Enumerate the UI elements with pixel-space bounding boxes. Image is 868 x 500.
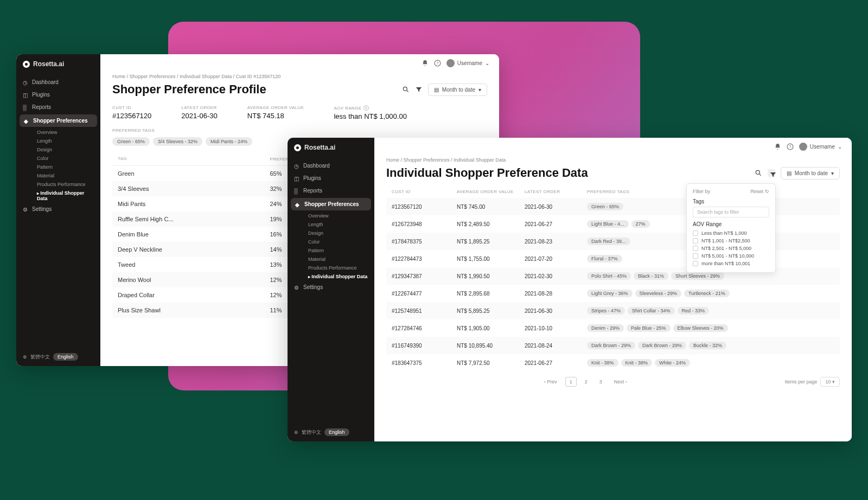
lang-en[interactable]: English (53, 353, 78, 361)
page-1[interactable]: 1 (565, 377, 577, 387)
page-3[interactable]: 3 (596, 377, 606, 386)
logo[interactable]: Rosetta.ai (288, 138, 374, 157)
prev-button[interactable]: ‹ Prev (540, 377, 561, 386)
subnav-products-performance[interactable]: Products Performance (295, 264, 374, 272)
tag-pill[interactable]: Short Sleeves - 29% (671, 272, 724, 280)
tag-pill[interactable]: Knit - 38% (621, 359, 653, 367)
tag-pill[interactable]: Dark Brown - 29% (638, 342, 686, 349)
nav-shopper-preferences[interactable]: ◈Shopper Preferences (20, 114, 97, 127)
nav-dashboard[interactable]: ◷Dashboard (16, 76, 100, 88)
subnav-color[interactable]: Color (24, 154, 100, 163)
subnav-overview[interactable]: Overview (24, 128, 100, 137)
subnav-individual-shopper-data[interactable]: Individual Shopper Data (24, 189, 100, 203)
table-row[interactable]: #183647375NT$ 7,972.502021-06-27Knit - 3… (386, 354, 840, 371)
reset-button[interactable]: Reset ↻ (750, 189, 769, 194)
user-menu[interactable]: Username ⌄ (799, 143, 842, 151)
filter-checkbox[interactable]: Less than NT$ 1,000 (693, 229, 769, 237)
user-menu[interactable]: Username ⌄ (446, 59, 489, 67)
subnav-individual-shopper-data[interactable]: Individual Shopper Data (295, 272, 374, 281)
tags-search-input[interactable]: Search tags to filter (693, 207, 769, 217)
nav-settings[interactable]: ⚙Settings (16, 203, 100, 215)
title-actions: ▤ Month to date ▾ (755, 167, 840, 180)
tag-pill[interactable]: Polo Shirt - 45% (587, 272, 631, 280)
tag-pill[interactable]: Pale Blue - 25% (627, 324, 671, 332)
tag-pill[interactable]: Elbow Sleeves - 20% (673, 324, 728, 332)
checkbox-icon (693, 261, 698, 266)
bell-icon[interactable] (774, 143, 781, 150)
subnav-material[interactable]: Material (295, 255, 374, 264)
nav-shopper-preferences[interactable]: ◈Shopper Preferences (291, 198, 371, 210)
page-2[interactable]: 2 (581, 377, 591, 386)
chevron-down-icon: ⌄ (838, 144, 842, 150)
tag-pill[interactable]: 27% (631, 220, 650, 228)
filter-icon[interactable] (415, 86, 423, 93)
nav-plugins[interactable]: ◫Plugins (288, 172, 374, 184)
tag-pill[interactable]: Green - 65% (587, 203, 623, 210)
nav-reports[interactable]: ▒Reports (288, 184, 374, 197)
tag-pill[interactable]: Dark Brown - 29% (587, 342, 635, 349)
help-icon[interactable]: ? (434, 60, 441, 67)
help-icon[interactable]: ? (363, 105, 369, 111)
lang-zh[interactable]: 繁體中文 (30, 354, 50, 361)
filter-title: Filter by (693, 189, 710, 194)
sidebar: Rosetta.ai ◷Dashboard ◫Plugins ▒Reports … (288, 138, 374, 441)
subnav-length[interactable]: Length (24, 137, 100, 145)
filter-icon[interactable] (768, 169, 775, 177)
help-icon[interactable]: ? (787, 143, 794, 150)
tag-pill[interactable]: Turtleneck - 21% (684, 290, 730, 297)
tag-pill[interactable]: Buckle - 32% (689, 342, 726, 349)
tag-pill[interactable]: Light Grey - 36% (587, 290, 633, 297)
tag-pill[interactable]: Denim - 29% (587, 324, 624, 332)
subnav-color[interactable]: Color (295, 238, 374, 246)
subnav-pattern[interactable]: Pattern (295, 246, 374, 255)
nav-plugins[interactable]: ◫Plugins (16, 88, 100, 101)
subnav-pattern[interactable]: Pattern (24, 163, 100, 171)
subnav-length[interactable]: Length (295, 220, 374, 229)
tag-pill[interactable]: Dark Red - 39... (587, 238, 630, 245)
ipp-select[interactable]: 10 ▾ (820, 377, 840, 387)
date-range-selector[interactable]: ▤ Month to date ▾ (781, 167, 840, 180)
lang-zh[interactable]: 繁體中文 (302, 429, 321, 436)
lang-en[interactable]: English (324, 428, 349, 436)
subnav-material[interactable]: Material (24, 171, 100, 180)
chart-icon: ▒ (294, 188, 299, 194)
tag-pill[interactable]: Floral - 37% (587, 255, 622, 262)
tag-pill[interactable]: 3/4 Sleeves - 32% (153, 137, 202, 146)
search-icon[interactable] (402, 86, 410, 93)
filter-checkbox[interactable]: more than NT$ 10,001 (693, 260, 769, 267)
tag-pill[interactable]: Light Blue - 4... (587, 220, 629, 228)
tag-pill[interactable]: Black - 31% (634, 272, 668, 280)
tag-pill[interactable]: Sleeveless - 29% (635, 290, 682, 297)
table-row[interactable]: #116749390NT$ 10,895.402021-08-24Dark Br… (386, 337, 840, 354)
nav-dashboard[interactable]: ◷Dashboard (288, 159, 374, 172)
subnav: Overview Length Design Color Pattern Mat… (16, 128, 100, 203)
subnav-design[interactable]: Design (24, 145, 100, 154)
next-button[interactable]: Next › (610, 377, 631, 386)
nav-settings[interactable]: ⚙Settings (288, 281, 374, 293)
date-range-selector[interactable]: ▤ Month to date ▾ (428, 84, 487, 96)
tag-pill[interactable]: Shirt Collar - 34% (628, 307, 675, 315)
subnav-products-performance[interactable]: Products Performance (24, 180, 100, 189)
pagination: ‹ Prev 1 2 3 Next › Items per page 10 ▾ (374, 371, 852, 392)
subnav-design[interactable]: Design (295, 229, 374, 238)
tag-pill[interactable]: Knit - 38% (587, 359, 618, 367)
tag-pill[interactable]: Midi Pants - 24% (206, 137, 252, 146)
filter-checkbox[interactable]: NT$ 1,001 - NT$2,500 (693, 237, 769, 245)
table-row[interactable]: #125748951NT$ 5,895.252021-06-30Stripes … (386, 302, 840, 319)
tag-pill[interactable]: White - 24% (655, 359, 690, 367)
language-switcher: ⊕ 繁體中文 English (288, 423, 374, 441)
tag-pill[interactable]: Stripes - 47% (587, 307, 625, 315)
username: Username (457, 60, 482, 66)
logo[interactable]: Rosetta.ai (16, 54, 100, 74)
table-row[interactable]: #122674477NT$ 2,895.682021-08-28Light Gr… (386, 285, 840, 302)
nav-reports[interactable]: ▒Reports (16, 101, 100, 113)
logo-icon (23, 61, 30, 68)
bell-icon[interactable] (422, 60, 429, 67)
filter-checkbox[interactable]: NT$ 2,501 - NT$ 5,000 (693, 245, 769, 252)
filter-checkbox[interactable]: NT$ 5,001 - NT$ 10,000 (693, 252, 769, 260)
subnav-overview[interactable]: Overview (295, 211, 374, 220)
tag-pill[interactable]: Green - 65% (112, 137, 150, 146)
table-row[interactable]: #127284746NT$ 1,905.002021-10-10Denim - … (386, 319, 840, 337)
tag-pill[interactable]: Red - 33% (678, 307, 710, 315)
search-icon[interactable] (755, 169, 762, 177)
